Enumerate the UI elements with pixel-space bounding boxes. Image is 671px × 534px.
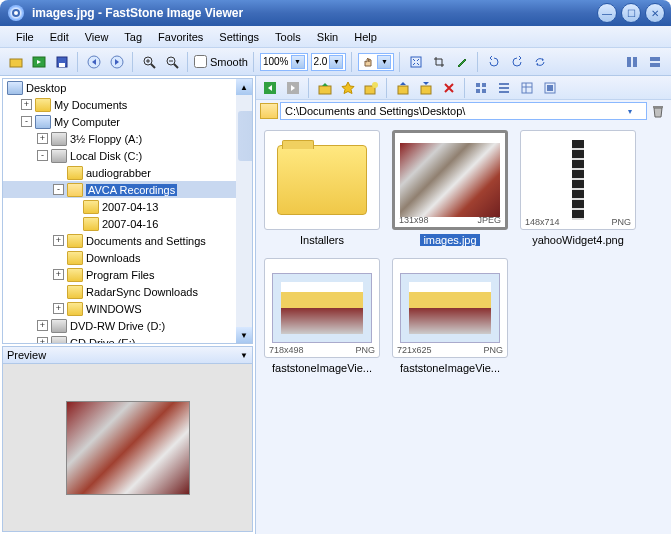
prev-icon[interactable] [84,52,104,72]
chevron-down-icon[interactable]: ▼ [240,351,248,360]
view-details-icon[interactable] [517,78,537,98]
zoom-level-select[interactable]: 100%▼ [260,53,308,71]
tree-node[interactable]: +Documents and Settings [3,232,252,249]
menu-tag[interactable]: Tag [116,29,150,45]
expand-toggle[interactable]: - [21,116,32,127]
scroll-thumb[interactable] [238,111,253,161]
drive-icon [51,149,67,163]
tree-node[interactable]: +3½ Floppy (A:) [3,130,252,147]
thumbnail-item[interactable]: Installers [264,130,380,246]
slideshow-icon[interactable] [29,52,49,72]
view-mode1-icon[interactable] [622,52,642,72]
thumbnail-item[interactable]: 148x714PNGyahooWidget4.png [520,130,636,246]
expand-toggle[interactable]: + [37,320,48,331]
preview-image[interactable] [66,401,190,495]
open-icon[interactable] [6,52,26,72]
zoom-out-icon[interactable] [162,52,182,72]
move-icon[interactable] [393,78,413,98]
close-button[interactable]: ✕ [645,3,665,23]
tree-node[interactable]: 2007-04-13 [3,198,252,215]
tree-node-label: Documents and Settings [86,235,206,247]
tree-node-label: 2007-04-16 [102,218,158,230]
preview-header[interactable]: Preview ▼ [2,346,253,364]
tree-node[interactable]: RadarSync Downloads [3,283,252,300]
svg-rect-34 [522,83,532,93]
menu-favorites[interactable]: Favorites [150,29,211,45]
tree-node[interactable]: 2007-04-16 [3,215,252,232]
expand-toggle[interactable]: + [53,235,64,246]
menu-view[interactable]: View [77,29,117,45]
expand-toggle[interactable]: - [53,184,64,195]
tree-node[interactable]: +CD Drive (E:) [3,334,252,344]
chevron-down-icon[interactable]: ▾ [628,107,642,116]
next-icon[interactable] [107,52,127,72]
svg-point-1 [14,11,18,15]
expand-toggle[interactable]: + [53,269,64,280]
menu-skin[interactable]: Skin [309,29,346,45]
view-list-icon[interactable] [494,78,514,98]
view-thumbs-icon[interactable] [471,78,491,98]
tree-node[interactable]: -AVCA Recordings [3,181,252,198]
menu-edit[interactable]: Edit [42,29,77,45]
tree-node[interactable]: +My Documents [3,96,252,113]
expand-toggle[interactable]: + [37,337,48,344]
svg-rect-18 [650,57,660,61]
zoom-step-select[interactable]: 2.0▼ [311,53,347,71]
tree-node-label: AVCA Recordings [86,184,177,196]
thumb-dims: 148x714 [525,217,560,227]
save-icon[interactable] [52,52,72,72]
hand-tool-select[interactable]: ▼ [358,53,394,71]
titlebar: images.jpg - FastStone Image Viewer — ☐ … [0,0,671,26]
expand-toggle[interactable]: + [37,133,48,144]
back-icon[interactable] [260,78,280,98]
thumbnail-item[interactable]: 721x625PNGfaststoneImageVie... [392,258,508,374]
delete-icon[interactable] [439,78,459,98]
zoom-in-icon[interactable] [139,52,159,72]
crop-icon[interactable] [429,52,449,72]
copy-icon[interactable] [416,78,436,98]
view-settings-icon[interactable] [540,78,560,98]
draw-icon[interactable] [452,52,472,72]
expand-toggle[interactable]: - [37,150,48,161]
thumbnail-item[interactable]: 718x498PNGfaststoneImageVie... [264,258,380,374]
tree-node-label: DVD-RW Drive (D:) [70,320,165,332]
maximize-button[interactable]: ☐ [621,3,641,23]
thumbnail-grid[interactable]: Installers131x98JPEGimages.jpg148x714PNG… [256,122,671,534]
tree-node[interactable]: audiograbber [3,164,252,181]
tree-node[interactable]: -My Computer [3,113,252,130]
browser-toolbar [256,76,671,100]
rotate-left-icon[interactable] [484,52,504,72]
favorite-icon[interactable] [338,78,358,98]
menu-file[interactable]: File [8,29,42,45]
new-folder-icon[interactable] [361,78,381,98]
menu-tools[interactable]: Tools [267,29,309,45]
trash-icon[interactable] [649,102,667,120]
menu-help[interactable]: Help [346,29,385,45]
tree-node[interactable]: +Program Files [3,266,252,283]
minimize-button[interactable]: — [597,3,617,23]
smooth-checkbox[interactable]: Smooth [194,55,248,68]
path-input[interactable]: C:\Documents and Settings\Desktop\ ▾ [280,102,647,120]
tree-node-label: Program Files [86,269,154,281]
tree-node[interactable]: +WINDOWS [3,300,252,317]
tree-root[interactable]: Desktop [3,79,252,96]
expand-toggle[interactable]: + [21,99,32,110]
tree-node[interactable]: -Local Disk (C:) [3,147,252,164]
thumbnail-image [572,140,584,220]
scroll-up-icon[interactable]: ▲ [236,79,252,95]
expand-toggle[interactable]: + [53,303,64,314]
tree-scrollbar[interactable]: ▲ ▼ [236,79,252,343]
thumbnail-item[interactable]: 131x98JPEGimages.jpg [392,130,508,246]
tree-node[interactable]: Downloads [3,249,252,266]
view-mode2-icon[interactable] [645,52,665,72]
menu-settings[interactable]: Settings [211,29,267,45]
tree-node-label: WINDOWS [86,303,142,315]
refresh-icon[interactable] [530,52,550,72]
fit-icon[interactable] [406,52,426,72]
up-folder-icon[interactable] [315,78,335,98]
forward-icon[interactable] [283,78,303,98]
scroll-down-icon[interactable]: ▼ [236,327,252,343]
rotate-right-icon[interactable] [507,52,527,72]
folder-tree[interactable]: Desktop +My Documents-My Computer+3½ Flo… [2,78,253,344]
tree-node[interactable]: +DVD-RW Drive (D:) [3,317,252,334]
